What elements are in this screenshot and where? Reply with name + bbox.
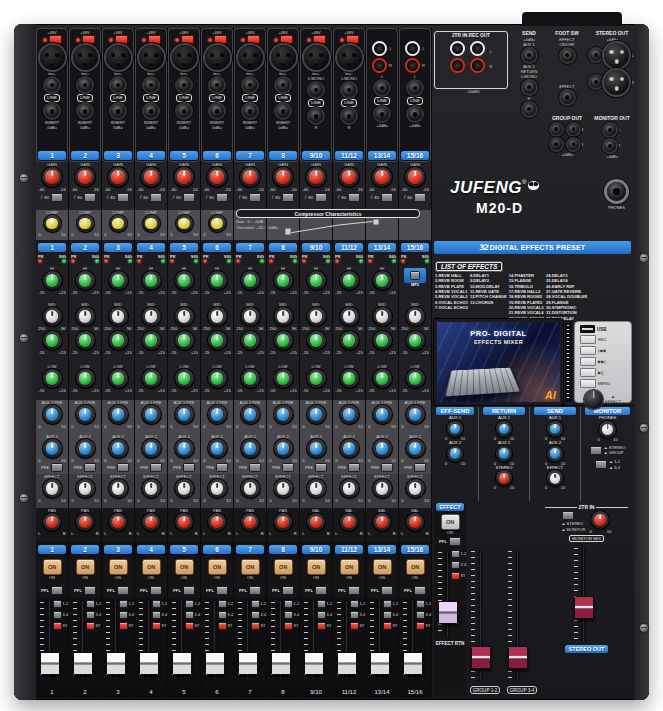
pfl-button[interactable] (282, 586, 294, 595)
eq-mid-gain-knob[interactable] (307, 331, 326, 350)
assign-3-4-button[interactable] (350, 611, 359, 619)
gain-knob[interactable] (339, 167, 359, 187)
eq-mid-freq-knob[interactable] (76, 307, 95, 326)
channel-fader[interactable]: 1-23-4ST (267, 598, 299, 682)
aux2-knob[interactable] (274, 439, 293, 458)
pan-knob[interactable] (307, 513, 325, 531)
channel-on-button[interactable]: ON (76, 559, 95, 575)
aux2-knob[interactable] (142, 439, 161, 458)
aux1-knob[interactable] (76, 405, 95, 424)
fader-cap[interactable] (508, 646, 528, 669)
hpf-button[interactable] (381, 193, 393, 202)
gain-knob[interactable] (42, 167, 62, 187)
eq-high-knob[interactable] (241, 271, 260, 290)
gain-knob[interactable] (108, 167, 128, 187)
effect-knob[interactable] (43, 479, 62, 498)
fader-cap[interactable] (205, 652, 225, 675)
assign-1-2-button[interactable] (119, 600, 128, 608)
channel-on-button[interactable]: ON (109, 559, 128, 575)
pan-knob[interactable] (274, 513, 292, 531)
channel-fader[interactable]: 1-23-4ST (102, 598, 134, 682)
pfl-button[interactable] (348, 586, 360, 595)
eq-high-knob[interactable] (274, 271, 293, 290)
aux2-knob[interactable] (340, 439, 359, 458)
phantom-power-button[interactable] (115, 35, 128, 44)
assign-1-2-button[interactable] (383, 600, 392, 608)
aux1-knob[interactable] (109, 405, 128, 424)
gain-knob[interactable] (306, 167, 326, 187)
pre-button[interactable] (84, 463, 96, 472)
assign-1-2-button[interactable] (317, 600, 326, 608)
channel-fader[interactable]: 1-23-4ST (168, 598, 200, 682)
assign-1-2-button[interactable] (218, 600, 227, 608)
comp-knob[interactable] (143, 215, 160, 232)
pan-knob[interactable] (241, 513, 259, 531)
assign-3-4-button[interactable] (251, 611, 260, 619)
eq-mid-gain-knob[interactable] (373, 331, 392, 350)
send-aux1-knob[interactable] (547, 421, 563, 437)
gain-knob[interactable] (372, 167, 392, 187)
gain-knob[interactable] (141, 167, 161, 187)
pfl-button[interactable] (249, 586, 261, 595)
assign-st-button[interactable] (317, 622, 326, 630)
comp-knob[interactable] (77, 215, 94, 232)
pfl-button[interactable] (381, 586, 393, 595)
eq-low-knob[interactable] (76, 369, 95, 388)
phantom-power-button[interactable] (247, 35, 260, 44)
comp-knob[interactable] (44, 215, 61, 232)
eq-mid-freq-knob[interactable] (307, 307, 326, 326)
phantom-power-button[interactable] (346, 35, 359, 44)
media-button-1[interactable] (580, 335, 596, 345)
comp-knob[interactable] (209, 215, 226, 232)
aux2-knob[interactable] (406, 439, 425, 458)
channel-on-button[interactable]: ON (307, 559, 326, 575)
channel-on-button[interactable]: ON (43, 559, 62, 575)
eq-low-knob[interactable] (142, 369, 161, 388)
aux2-knob[interactable] (373, 439, 392, 458)
stereo-out-fader[interactable] (570, 544, 604, 644)
assign-3-4-button[interactable] (416, 611, 425, 619)
pre-button[interactable] (150, 463, 162, 472)
eq-mid-gain-knob[interactable] (76, 331, 95, 350)
aux2-knob[interactable] (109, 439, 128, 458)
eq-high-knob[interactable] (76, 271, 95, 290)
eq-high-knob[interactable] (109, 271, 128, 290)
eq-low-knob[interactable] (307, 369, 326, 388)
phones-level-knob[interactable] (599, 421, 616, 438)
aux1-knob[interactable] (142, 405, 161, 424)
eq-mid-freq-knob[interactable] (373, 307, 392, 326)
eq-high-knob[interactable] (208, 271, 227, 290)
channel-fader[interactable]: 1-23-4ST (135, 598, 167, 682)
aux1-knob[interactable] (340, 405, 359, 424)
effect-knob[interactable] (241, 479, 260, 498)
eq-high-knob[interactable] (43, 271, 62, 290)
effect-knob[interactable] (340, 479, 359, 498)
eq-low-knob[interactable] (109, 369, 128, 388)
fader-cap[interactable] (73, 652, 93, 675)
fader-cap[interactable] (271, 652, 291, 675)
gain-knob[interactable] (174, 167, 194, 187)
channel-fader[interactable]: 1-23-4ST (201, 598, 233, 682)
aux1-knob[interactable] (307, 405, 326, 424)
effect-on-button[interactable]: ON (441, 514, 460, 530)
send-aux2-knob[interactable] (547, 446, 563, 462)
effect-knob[interactable] (142, 479, 161, 498)
eq-mid-freq-knob[interactable] (175, 307, 194, 326)
assign-3-4-button[interactable] (152, 611, 161, 619)
eq-low-knob[interactable] (373, 369, 392, 388)
hpf-button[interactable] (183, 193, 195, 202)
pre-button[interactable] (249, 463, 261, 472)
mp3-mode-button[interactable] (410, 271, 420, 280)
assign-st-button[interactable] (185, 622, 194, 630)
pan-knob[interactable] (76, 513, 94, 531)
hpf-button[interactable] (249, 193, 261, 202)
eq-mid-gain-knob[interactable] (109, 331, 128, 350)
phantom-power-button[interactable] (181, 35, 194, 44)
eq-high-knob[interactable] (142, 271, 161, 290)
effect-knob[interactable] (307, 479, 326, 498)
assign-3-4-button[interactable] (284, 611, 293, 619)
eq-mid-freq-knob[interactable] (406, 307, 425, 326)
pfl-button[interactable] (414, 586, 426, 595)
pan-knob[interactable] (208, 513, 226, 531)
channel-fader[interactable]: 1-23-4ST (366, 598, 398, 682)
